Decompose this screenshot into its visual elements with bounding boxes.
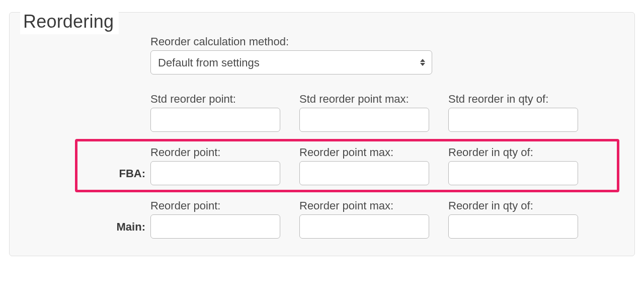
fieldset-body: Reorder calculation method: Default from… (9, 12, 635, 256)
main-reorder-point-col: Reorder point: (150, 199, 280, 239)
std-reorder-point-max-label: Std reorder point max: (299, 93, 429, 106)
std-reorder-point-label: Std reorder point: (150, 93, 280, 106)
std-reorder-point-max-col: Std reorder point max: (299, 93, 429, 132)
std-reorder-point-max-input[interactable] (299, 108, 429, 132)
fba-reorder-point-max-col: Reorder point max: (299, 146, 429, 185)
fba-reorder-qty-input[interactable] (448, 161, 578, 185)
fba-reorder-point-col: Reorder point: (150, 146, 280, 185)
main-reorder-qty-input[interactable] (448, 214, 578, 239)
main-reorder-point-label: Reorder point: (150, 199, 280, 212)
main-reorder-point-max-col: Reorder point max: (299, 199, 429, 239)
main-reorder-point-input[interactable] (150, 214, 280, 239)
main-reorder-qty-col: Reorder in qty of: (448, 199, 578, 239)
fba-reorder-qty-label: Reorder in qty of: (448, 146, 578, 159)
method-select-wrap: Default from settings (150, 50, 432, 75)
fba-reorder-point-input[interactable] (150, 161, 280, 185)
main-reorder-qty-label: Reorder in qty of: (448, 199, 578, 212)
reordering-fieldset: Reordering Reorder calculation method: D… (9, 12, 635, 256)
fba-row: FBA: Reorder point: Reorder point max: R… (150, 139, 614, 192)
main-reorder-point-max-input[interactable] (299, 214, 429, 239)
form-area: Reorder calculation method: Default from… (30, 35, 614, 246)
std-reorder-qty-col: Std reorder in qty of: (448, 93, 578, 132)
main-row: Main: Reorder point: Reorder point max: … (150, 192, 614, 246)
std-row: Std reorder point: Std reorder point max… (150, 86, 614, 139)
fba-reorder-qty-col: Reorder in qty of: (448, 146, 578, 185)
std-reorder-point-input[interactable] (150, 108, 280, 132)
section-title: Reordering (20, 11, 119, 34)
main-reorder-point-max-label: Reorder point max: (299, 199, 429, 212)
method-row: Reorder calculation method: Default from… (150, 35, 614, 75)
method-select[interactable]: Default from settings (150, 50, 432, 75)
std-reorder-qty-label: Std reorder in qty of: (448, 93, 578, 106)
fba-row-label: FBA: (85, 167, 145, 180)
main-row-label: Main: (85, 220, 145, 234)
fba-reorder-point-max-input[interactable] (299, 161, 429, 185)
std-reorder-qty-input[interactable] (448, 108, 578, 132)
fba-reorder-point-max-label: Reorder point max: (299, 146, 429, 159)
std-reorder-point-col: Std reorder point: (150, 93, 280, 132)
grid-section: Std reorder point: Std reorder point max… (150, 86, 614, 246)
fba-reorder-point-label: Reorder point: (150, 146, 280, 159)
method-label: Reorder calculation method: (150, 35, 614, 48)
